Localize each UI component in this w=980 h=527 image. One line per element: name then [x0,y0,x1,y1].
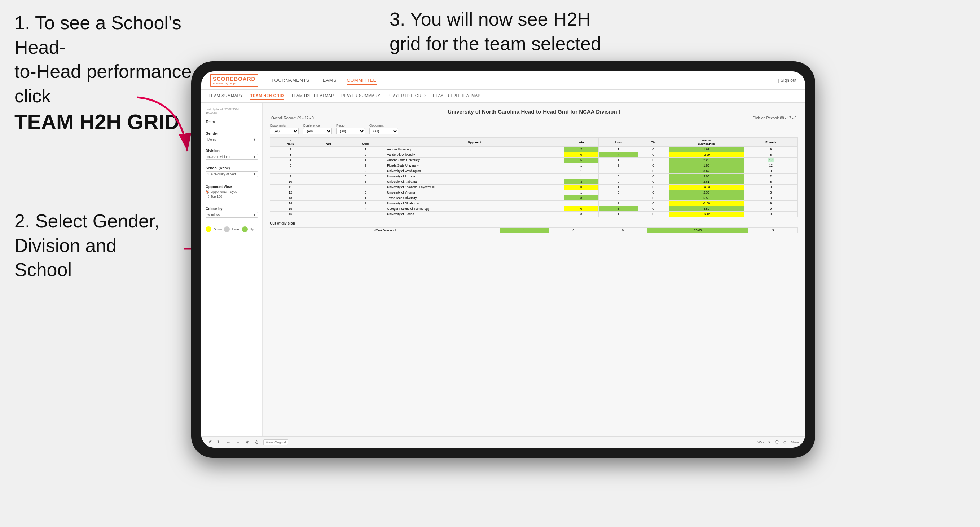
out-of-division-table: NCAA Division II 1 0 0 26.00 3 [270,227,798,233]
td-opponent: Georgia Institute of Technology [385,206,564,211]
td-conf: 5 [346,179,385,184]
step2-line1: 2. Select Gender, [14,211,159,232]
division-select[interactable]: NCAA Division I ▼ [205,154,258,160]
division-value: NCAA Division I [207,155,231,159]
ood-rounds: 3 [748,228,798,233]
td-rank: 8 [270,168,311,174]
region-filter-select[interactable]: (All) [336,128,365,135]
legend: Down Level Up [205,226,258,232]
legend-down-label: Down [213,227,222,231]
td-loss: 1 [598,184,638,190]
td-diff: -2.29 [669,152,744,157]
td-rounds: 9 [744,206,798,211]
grid-title: University of North Carolina Head-to-Hea… [270,108,798,114]
gender-value: Men's [207,138,216,141]
subnav-team-h2h-grid[interactable]: TEAM H2H GRID [250,92,284,100]
watch-button[interactable]: Watch ▼ [757,440,771,444]
opponents-filter-select[interactable]: (All) [270,128,299,135]
radio-2-label: Top 100 [211,195,222,198]
bottom-toolbar: ↺ ↻ ← → ⊕ ⏱ View: Original Watch ▼ 💬 ⬡ S… [201,436,805,448]
td-diff: 1.67 [669,147,744,152]
table-row: 11 6 University of Arkansas, Fayettevill… [270,184,798,190]
td-conf: 6 [346,184,385,190]
opponent-filter-select[interactable]: (All) [369,128,398,135]
division-label: Division [205,149,258,153]
gender-select[interactable]: Men's ▼ [205,137,258,142]
td-opponent: University of Oklahoma [385,201,564,206]
radio-opponents-played[interactable]: Opponents Played [205,190,258,194]
td-tie: 0 [638,157,669,163]
td-rounds: 3 [744,168,798,174]
toolbar-right: Watch ▼ 💬 ⬡ Share [757,440,799,444]
td-conf: 3 [346,174,385,179]
division-section: Division NCAA Division I ▼ [205,149,258,160]
conference-filter-select[interactable]: (All) [303,128,332,135]
nav-tournaments[interactable]: TOURNAMENTS [271,76,309,85]
td-diff: 9.00 [669,174,744,179]
table-row: 9 3 University of Arizona 1 0 0 9.00 2 [270,174,798,179]
undo-button[interactable]: ↺ [207,439,213,445]
colour-by-select[interactable]: Win/loss ▼ [205,212,258,218]
main-nav: TOURNAMENTS TEAMS COMMITTEE [271,76,376,85]
table-row: 4 1 Arizona State University 5 1 0 2.29 … [270,157,798,163]
td-conf: 1 [346,195,385,201]
td-rounds: 9 [744,147,798,152]
td-win: 1 [564,163,599,168]
share-icon[interactable]: ⬡ [783,440,786,444]
td-rounds: 2 [744,174,798,179]
redo-button[interactable]: ↻ [216,439,222,445]
subnav-player-h2h-heatmap[interactable]: PLAYER H2H HEATMAP [433,92,480,100]
td-rounds: 8 [744,152,798,157]
td-reg [311,174,346,179]
view-label[interactable]: View: Original [263,440,288,445]
gender-label: Gender [205,132,258,135]
td-loss: 0 [598,190,638,195]
division-record: Division Record: 88 - 17 - 0 [753,116,796,120]
subnav-player-summary[interactable]: PLAYER SUMMARY [341,92,380,100]
nav-teams[interactable]: TEAMS [320,76,337,85]
subnav-team-h2h-heatmap[interactable]: TEAM H2H HEATMAP [291,92,334,100]
subnav-player-h2h-grid[interactable]: PLAYER H2H GRID [388,92,426,100]
td-opponent: University of Florida [385,211,564,217]
clock-button[interactable]: ⏱ [254,440,261,445]
ood-label: NCAA Division II [270,228,500,233]
td-rounds: 3 [744,190,798,195]
td-tie: 0 [638,174,669,179]
table-row: 2 1 Auburn University 2 1 0 1.67 9 [270,147,798,152]
td-diff: -1.00 [669,201,744,206]
region-filter: Region (All) [336,124,365,135]
subnav-team-summary[interactable]: TEAM SUMMARY [208,92,243,100]
app-header: SCOREBOARD Powered by clippd TOURNAMENTS… [201,71,805,90]
td-loss: 1 [598,147,638,152]
td-loss: 5 [598,206,638,211]
logo-name: SCOREBOARD [213,76,255,82]
share-button[interactable]: Share [791,440,799,444]
td-tie: 0 [638,190,669,195]
td-opponent: University of Washington [385,168,564,174]
td-rounds: 8 [744,179,798,184]
td-conf: 2 [346,201,385,206]
opponent-filter: Opponent (All) [369,124,398,135]
sign-out-link[interactable]: | Sign out [778,78,796,83]
td-loss: 1 [598,211,638,217]
radio-top100[interactable]: Top 100 [205,195,258,198]
last-updated: Last Updated: 27/03/2024 16:55:38 [205,108,258,114]
forward-button[interactable]: → [235,440,242,445]
td-win: 3 [564,211,599,217]
td-conf: 3 [346,190,385,195]
td-reg [311,190,346,195]
td-conf: 1 [346,157,385,163]
region-filter-label: Region [336,124,365,127]
table-row: 12 3 University of Virginia 1 0 0 2.33 3 [270,190,798,195]
back-button[interactable]: ← [225,440,232,445]
legend-up-label: Up [250,227,254,231]
td-rank: 11 [270,184,311,190]
school-select[interactable]: 1. University of Nort... ▼ [205,171,258,177]
td-rank: 13 [270,195,311,201]
td-conf: 4 [346,206,385,211]
zoom-button[interactable]: ⊕ [245,439,251,445]
comment-icon[interactable]: 💬 [775,440,779,444]
ood-win: 1 [500,228,549,233]
td-rounds: 12 [744,163,798,168]
nav-committee[interactable]: COMMITTEE [347,76,377,85]
